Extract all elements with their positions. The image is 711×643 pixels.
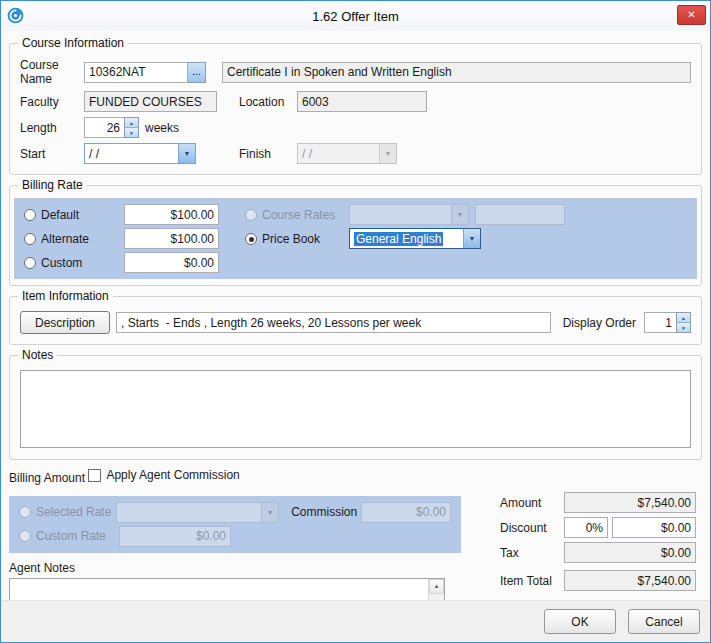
length-row: Length ▲ ▼ weeks [20, 117, 691, 138]
scroll-up-icon[interactable]: ▲ [429, 579, 444, 594]
custom-rate-field[interactable] [124, 252, 219, 273]
selected-rate-dropdown-icon: ▼ [261, 503, 278, 522]
custom-rate-commission-field [119, 526, 231, 547]
amount-label: Amount [500, 496, 564, 510]
course-rates-dropdown-icon: ▼ [451, 205, 468, 224]
display-order-label: Display Order [563, 316, 636, 330]
selected-rate-row: Selected Rate ▼ Commission [19, 502, 451, 523]
close-icon[interactable]: ✕ [677, 5, 706, 25]
commission-field [361, 502, 451, 523]
finish-date-combo: / / ▼ [297, 143, 397, 164]
amount-field [564, 492, 696, 513]
radio-circle [24, 257, 36, 269]
item-total-label: Item Total [500, 574, 564, 588]
cancel-button[interactable]: Cancel [628, 609, 700, 634]
dialog-footer: OK Cancel [1, 600, 710, 642]
commission-label: Commission [291, 505, 361, 519]
start-date-value: / / [85, 144, 178, 163]
tax-field [564, 542, 696, 563]
tax-row: Tax [500, 542, 700, 563]
display-order-input[interactable] [644, 312, 676, 333]
start-dropdown-icon[interactable]: ▼ [178, 144, 195, 163]
price-book-combo[interactable]: General English ▼ [349, 228, 481, 249]
agent-commission-panel: Selected Rate ▼ Commission Custom Rate [9, 496, 461, 553]
billing-rate-legend: Billing Rate [18, 178, 87, 192]
course-name-input[interactable] [84, 62, 188, 83]
finish-date-value: / / [298, 144, 379, 163]
description-button[interactable]: Description [20, 311, 110, 334]
totals-column: Amount Discount Tax Item Total [500, 492, 700, 595]
agent-notes-label: Agent Notes [9, 561, 75, 575]
discount-label: Discount [500, 521, 564, 535]
length-spin-down-icon[interactable]: ▼ [125, 128, 138, 137]
display-order-spin-down-icon[interactable]: ▼ [677, 323, 690, 332]
custom-rate-radio[interactable]: Custom [24, 256, 124, 270]
price-book-dropdown-icon[interactable]: ▼ [463, 229, 480, 248]
default-rate-radio[interactable]: Default [24, 208, 124, 222]
ok-button[interactable]: OK [544, 609, 616, 634]
start-label: Start [20, 147, 84, 161]
billing-rate-panel: Default Course Rates ▼ [14, 198, 697, 279]
amount-row: Amount [500, 492, 700, 513]
billing-rate-group: Billing Rate Default Course Rates [9, 185, 702, 286]
default-rate-field[interactable] [124, 204, 219, 225]
location-label: Location [239, 95, 297, 109]
length-input[interactable] [84, 117, 124, 138]
radio-circle [24, 209, 36, 221]
custom-rate-commission-row: Custom Rate [19, 526, 451, 547]
price-book-radio[interactable]: Price Book [245, 232, 349, 246]
item-total-row: Item Total [500, 570, 700, 591]
item-information-group: Item Information Description Display Ord… [9, 296, 702, 345]
course-rates-combo: ▼ [349, 204, 469, 225]
title-bar: 1.62 Offer Item ✕ [1, 1, 710, 31]
default-rate-row: Default Course Rates ▼ [24, 204, 687, 225]
description-field[interactable] [116, 312, 551, 333]
notes-textarea[interactable] [20, 370, 691, 448]
radio-circle [245, 209, 257, 221]
radio-circle [24, 233, 36, 245]
location-field [297, 91, 427, 112]
radio-circle [19, 530, 31, 542]
discount-amount-input[interactable] [612, 517, 696, 538]
finish-label: Finish [239, 147, 297, 161]
course-rates-amount-field [475, 204, 565, 225]
window-title: 1.62 Offer Item [312, 9, 398, 24]
price-book-label: Price Book [262, 232, 320, 246]
length-label: Length [20, 121, 84, 135]
display-order-spinner: ▲ ▼ [644, 312, 691, 333]
custom-rate-commission-radio: Custom Rate [19, 529, 119, 543]
display-order-spin-up-icon[interactable]: ▲ [677, 313, 690, 323]
selected-rate-combo: ▼ [116, 502, 279, 523]
course-information-legend: Course Information [18, 36, 128, 50]
faculty-label: Faculty [20, 95, 84, 109]
selected-rate-label: Selected Rate [36, 505, 111, 519]
finish-dropdown-icon: ▼ [379, 144, 396, 163]
dialog-body: Course Information Course Name ... Facul… [1, 31, 710, 640]
course-name-label: Course Name [20, 58, 84, 86]
start-cell: / / ▼ [84, 143, 239, 164]
course-rates-value [350, 205, 451, 224]
alternate-rate-field[interactable] [124, 228, 219, 249]
course-browse-button[interactable]: ... [188, 62, 206, 83]
start-finish-row: Start / / ▼ Finish / / ▼ [20, 143, 691, 164]
discount-percent-input[interactable] [564, 517, 608, 538]
alternate-rate-radio[interactable]: Alternate [24, 232, 124, 246]
course-rates-label: Course Rates [262, 208, 335, 222]
selected-rate-value [117, 503, 261, 522]
apply-agent-commission-checkbox[interactable]: Apply Agent Commission [88, 468, 239, 482]
length-spinner: ▲ ▼ [84, 117, 139, 138]
course-information-group: Course Information Course Name ... Facul… [9, 43, 702, 175]
price-book-value: General English [354, 232, 443, 246]
offer-item-dialog: 1.62 Offer Item ✕ Course Information Cou… [0, 0, 711, 643]
tax-label: Tax [500, 546, 564, 560]
selected-rate-radio: Selected Rate [19, 505, 116, 519]
start-date-combo[interactable]: / / ▼ [84, 143, 196, 164]
apply-agent-commission-label: Apply Agent Commission [106, 468, 239, 482]
custom-rate-commission-label: Custom Rate [36, 529, 106, 543]
length-spin-up-icon[interactable]: ▲ [125, 118, 138, 128]
length-unit-label: weeks [145, 121, 179, 135]
alternate-rate-label: Alternate [41, 232, 89, 246]
radio-circle [19, 506, 31, 518]
billing-amount-label: Billing Amount [9, 471, 85, 485]
item-information-legend: Item Information [18, 289, 113, 303]
